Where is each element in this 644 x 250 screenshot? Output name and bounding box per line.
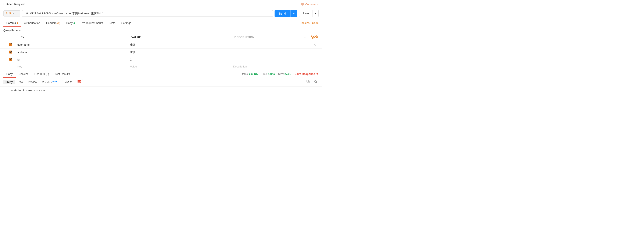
save-dropdown-button[interactable]: ▼ — [312, 10, 318, 17]
row2-key[interactable]: address — [15, 49, 128, 56]
format-tab-visualize[interactable]: VisualizeBETA — [40, 80, 60, 85]
row2-checkbox[interactable] — [9, 51, 12, 53]
format-tab-preview[interactable]: Preview — [26, 80, 39, 84]
save-button[interactable]: Save — [299, 10, 312, 17]
page-title: Untitled Request — [4, 2, 26, 6]
cookies-link[interactable]: Cookies — [300, 21, 310, 24]
response-section: Body Cookies Headers (8) Test Results St… — [0, 70, 322, 95]
beta-badge: BETA — [52, 80, 58, 83]
row2-value[interactable]: 重庆 — [128, 49, 231, 56]
toolbar-right — [305, 80, 318, 85]
tab-params[interactable]: Params — [4, 19, 21, 27]
row1-desc[interactable] — [231, 41, 291, 49]
tab-headers[interactable]: Headers (9) — [43, 19, 63, 27]
header: Untitled Request Comments — [0, 0, 322, 8]
response-tabs: Body Cookies Headers (8) Test Results St… — [0, 70, 322, 78]
text-format-select[interactable]: Text ▼ — [62, 80, 74, 84]
row3-checkbox-cell — [8, 56, 15, 63]
request-tabs: Params Authorization Headers (9) Body Pr… — [0, 19, 322, 27]
placeholder-value[interactable]: Value — [128, 63, 231, 70]
status-value: 200 OK — [249, 73, 258, 76]
format-tab-raw[interactable]: Raw — [16, 80, 25, 84]
url-input[interactable] — [22, 10, 273, 17]
time-label: Time: 14ms — [261, 73, 275, 76]
query-params-section: Query Params KEY VALUE DESCRIPTION ••• B… — [0, 27, 322, 70]
tab-body[interactable]: Body — [63, 19, 78, 27]
row1-checkbox[interactable] — [9, 43, 12, 46]
code-link[interactable]: Code — [312, 21, 318, 24]
svg-line-6 — [316, 82, 317, 83]
response-tab-test-results[interactable]: Test Results — [52, 70, 73, 78]
response-tab-body[interactable]: Body — [4, 70, 16, 78]
line-content: update 1 user success — [11, 89, 46, 92]
url-bar: PUT ▼ Send ▼ Save ▼ — [0, 8, 322, 19]
col-bulk-edit-header[interactable]: Bulk Edit — [308, 33, 322, 41]
drag-handle[interactable] — [0, 56, 8, 63]
method-select[interactable]: PUT ▼ — [4, 10, 20, 16]
row3-delete-button[interactable] — [308, 56, 322, 63]
col-desc-header: DESCRIPTION — [231, 33, 291, 41]
table-row: ⋮⋮ username 李四 ✕ — [0, 41, 322, 49]
table-row: id 2 — [0, 56, 322, 63]
svg-rect-0 — [78, 80, 81, 81]
col-check-header — [0, 33, 8, 41]
comments-label: Comments — [305, 3, 318, 6]
col-value-header: VALUE — [128, 33, 231, 41]
row3-value[interactable]: 2 — [128, 56, 231, 63]
row1-value[interactable]: 李四 — [128, 41, 231, 49]
comments-button[interactable]: Comments — [300, 3, 318, 6]
row3-desc[interactable] — [231, 56, 291, 63]
drag-handle[interactable]: ⋮⋮ — [0, 41, 8, 49]
size-value: 274 B — [284, 73, 291, 76]
wrap-icon — [78, 80, 81, 83]
save-group: Save ▼ — [299, 10, 318, 17]
tab-right-links: Cookies Code — [300, 21, 318, 24]
svg-rect-4 — [307, 80, 309, 82]
search-button[interactable] — [313, 80, 318, 85]
text-format-chevron-icon: ▼ — [70, 81, 72, 84]
save-response-button[interactable]: Save Response ▼ — [295, 72, 318, 76]
response-tab-headers[interactable]: Headers (8) — [32, 70, 52, 78]
code-line: 1 update 1 user success — [4, 89, 318, 92]
section-label: Query Params — [0, 27, 322, 33]
status-label: Status: 200 OK — [240, 73, 258, 76]
send-button[interactable]: Send — [274, 10, 290, 17]
row2-delete-button[interactable] — [308, 49, 322, 56]
placeholder-row: Key Value Description — [0, 63, 322, 70]
size-label: Size: 274 B — [278, 73, 291, 76]
row1-delete-button[interactable]: ✕ — [308, 41, 322, 49]
col-drag-header — [8, 33, 15, 41]
search-icon — [314, 80, 317, 83]
time-value: 14ms — [268, 73, 275, 76]
row3-checkbox[interactable] — [9, 58, 12, 61]
format-tab-pretty[interactable]: Pretty — [4, 80, 15, 84]
send-group: Send ▼ — [274, 10, 297, 17]
response-tab-cookies[interactable]: Cookies — [16, 70, 32, 78]
body-dot — [74, 22, 75, 24]
send-dropdown-button[interactable]: ▼ — [290, 10, 298, 17]
svg-rect-1 — [78, 81, 80, 82]
tab-authorization[interactable]: Authorization — [21, 19, 43, 27]
placeholder-key[interactable]: Key — [15, 63, 128, 70]
svg-rect-2 — [78, 83, 81, 83]
row3-key[interactable]: id — [15, 56, 128, 63]
row1-key[interactable]: username — [15, 41, 128, 49]
method-label: PUT — [6, 12, 11, 15]
wrap-button[interactable] — [76, 79, 83, 85]
response-toolbar: Pretty Raw Preview VisualizeBETA Text ▼ — [0, 78, 322, 87]
row1-checkbox-cell — [8, 41, 15, 49]
tab-settings[interactable]: Settings — [118, 19, 134, 27]
copy-icon — [306, 80, 310, 83]
table-row: address 重庆 — [0, 49, 322, 56]
row2-desc[interactable] — [231, 49, 291, 56]
tab-tests[interactable]: Tests — [106, 19, 118, 27]
placeholder-desc[interactable]: Description — [231, 63, 291, 70]
method-chevron-icon: ▼ — [12, 12, 14, 14]
params-dot — [17, 22, 18, 24]
col-dots-header: ••• — [291, 33, 308, 41]
response-meta: Status: 200 OK Time: 14ms Size: 274 B Sa… — [240, 72, 318, 76]
drag-handle[interactable] — [0, 49, 8, 56]
copy-button[interactable] — [305, 80, 311, 85]
tab-prerequest[interactable]: Pre-request Script — [78, 19, 106, 27]
comments-icon — [300, 3, 304, 6]
